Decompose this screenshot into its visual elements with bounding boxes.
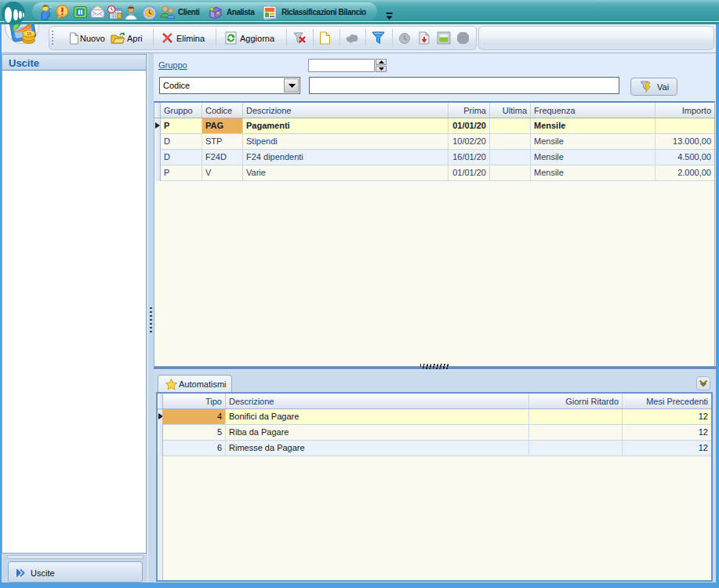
- svg-text:10: 10: [27, 31, 31, 36]
